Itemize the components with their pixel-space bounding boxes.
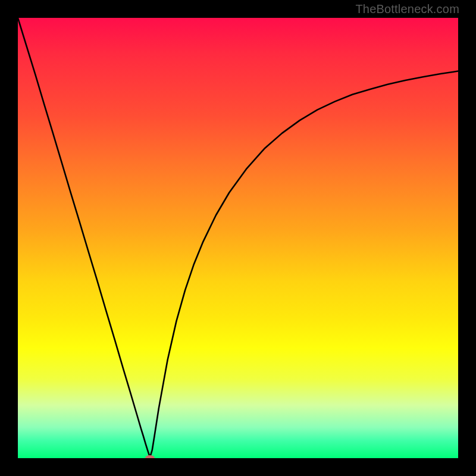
curve-svg (18, 18, 458, 458)
watermark-text: TheBottleneck.com (355, 2, 459, 16)
plot-area (18, 18, 458, 458)
chart-frame: TheBottleneck.com (0, 0, 476, 476)
bottleneck-curve (18, 18, 458, 458)
minimum-marker (145, 455, 155, 458)
